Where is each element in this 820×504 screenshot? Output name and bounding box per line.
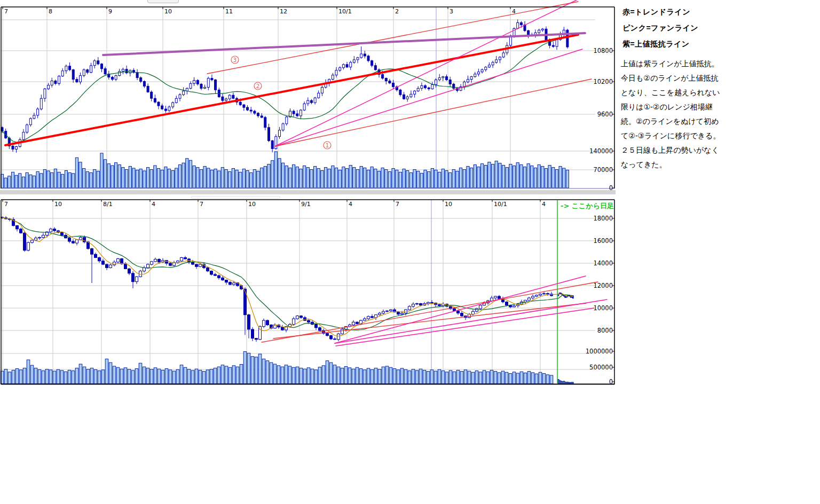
svg-text:0: 0	[609, 378, 613, 385]
legend-pink-fanline: ピンク=ファンライン	[622, 23, 737, 33]
svg-text:7: 7	[4, 201, 8, 208]
svg-text:10: 10	[164, 8, 172, 15]
svg-text:3: 3	[233, 57, 236, 63]
annotation-panel: 赤=トレンドライン ピンク=ファンライン 紫=上値抵抗ライン 上値は紫ラインが上…	[619, 7, 737, 172]
svg-text:3: 3	[450, 8, 453, 15]
svg-text:70000: 70000	[593, 166, 613, 174]
svg-text:7: 7	[396, 201, 399, 208]
comment-line: 上値は紫ラインが上値抵抗。	[621, 57, 726, 71]
svg-text:1000000: 1000000	[586, 348, 613, 355]
svg-text:-> ここから日足: -> ここから日足	[561, 202, 614, 210]
svg-text:9: 9	[108, 8, 112, 15]
svg-text:10000: 10000	[593, 304, 613, 312]
weekly-candlestick-chart[interactable]: 7108/147109/1471010/14180001600014000120…	[1, 200, 614, 385]
svg-text:4: 4	[152, 201, 155, 208]
svg-text:12000: 12000	[593, 282, 613, 289]
svg-text:9/1: 9/1	[301, 201, 311, 208]
svg-text:12: 12	[280, 8, 287, 15]
svg-text:4: 4	[542, 201, 546, 208]
svg-text:7: 7	[200, 201, 203, 208]
svg-text:1: 1	[326, 143, 329, 148]
svg-text:10: 10	[54, 201, 62, 208]
comment-line: となり、ここを越えられない	[621, 85, 726, 100]
chart-divider-scrollbar[interactable]	[0, 190, 616, 194]
svg-text:10200: 10200	[593, 78, 613, 85]
comment-line: 今日も②のラインが上値抵抗	[621, 71, 726, 85]
charting-app-window: 78910111210/1234108001020096001400007000…	[0, 0, 820, 504]
svg-text:2: 2	[256, 83, 259, 89]
svg-text:4: 4	[349, 201, 352, 208]
svg-text:18000: 18000	[593, 215, 613, 222]
svg-text:10: 10	[248, 201, 256, 208]
comment-line: て②-③ラインに移行できる。	[621, 129, 726, 143]
svg-text:10/1: 10/1	[338, 8, 352, 15]
svg-text:9600: 9600	[597, 111, 613, 118]
legend-purple-resistance: 紫=上値抵抗ライン	[622, 40, 737, 49]
svg-text:10: 10	[445, 201, 452, 208]
svg-text:2: 2	[395, 8, 399, 15]
svg-text:11: 11	[225, 8, 233, 15]
svg-text:8/1: 8/1	[103, 201, 113, 208]
svg-text:7: 7	[4, 8, 8, 15]
svg-text:10/1: 10/1	[494, 201, 507, 208]
comment-line: なってきた。	[621, 158, 726, 172]
svg-text:14000: 14000	[593, 259, 613, 267]
daily-candlestick-chart[interactable]: 78910111210/1234108001020096001400007000…	[1, 0, 614, 192]
svg-text:8000: 8000	[597, 327, 613, 334]
svg-text:16000: 16000	[593, 237, 613, 245]
comment-line: 続。②のラインをぬけて初め	[621, 114, 726, 129]
svg-text:4: 4	[512, 8, 516, 15]
scrollbar-thumb[interactable]	[191, 196, 280, 199]
charts-canvas: 78910111210/1234108001020096001400007000…	[0, 0, 619, 395]
svg-text:500000: 500000	[589, 364, 613, 371]
analyst-comment: 上値は紫ラインが上値抵抗。 今日も②のラインが上値抵抗 となり、ここを越えられな…	[621, 57, 726, 172]
svg-text:10800: 10800	[593, 47, 613, 54]
comment-line: ２５日線も上昇の勢いがなく	[621, 143, 726, 158]
svg-text:8: 8	[49, 8, 52, 15]
svg-text:140000: 140000	[589, 147, 613, 155]
legend-red-trendline: 赤=トレンドライン	[622, 7, 737, 17]
comment-line: 限りは①-②のレンジ相場継	[621, 100, 726, 114]
